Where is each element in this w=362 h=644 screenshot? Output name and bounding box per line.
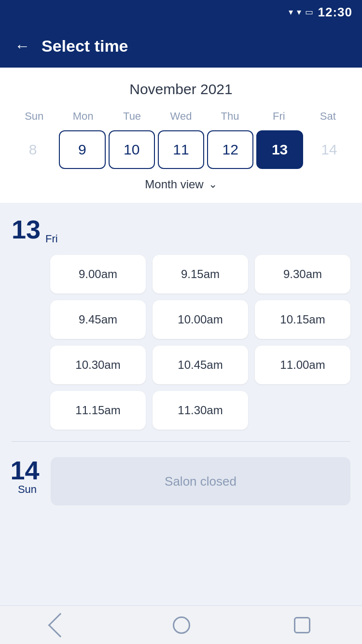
time-slot-945am[interactable]: 9.45am — [50, 300, 146, 339]
salon-closed-message: Salon closed — [51, 457, 350, 505]
salon-closed-content: 14 Sun Salon closed — [12, 457, 350, 505]
time-slot-1045am[interactable]: 10.45am — [153, 346, 248, 384]
month-view-label: Month view — [145, 178, 203, 191]
nav-back-button[interactable] — [52, 616, 69, 634]
day-header-13: 13 Fri — [12, 216, 350, 245]
time-slot-1130am[interactable]: 11.30am — [153, 391, 248, 430]
signal-icon: ▾ — [297, 7, 301, 17]
date-cell-10[interactable]: 10 — [109, 130, 155, 169]
status-icons: ▾ ▾ ▭ — [289, 7, 313, 17]
nav-home-icon — [173, 616, 190, 634]
month-view-toggle[interactable]: Month view ⌄ — [10, 169, 352, 195]
time-slot-1115am[interactable]: 11.15am — [50, 391, 146, 430]
date-cell-11[interactable]: 11 — [158, 130, 204, 169]
nav-recent-button[interactable] — [294, 617, 310, 633]
day-number-14: 14 — [10, 457, 39, 483]
time-slot-1015am[interactable]: 10.15am — [255, 300, 350, 339]
bottom-nav — [0, 605, 362, 644]
time-slot-1000am[interactable]: 10.00am — [153, 300, 248, 339]
back-arrow-icon: ← — [14, 37, 30, 55]
time-slot-900am[interactable]: 9.00am — [50, 255, 146, 294]
weekday-fri: Fri — [254, 107, 303, 126]
month-year-label: November 2021 — [10, 81, 352, 98]
date-cell-9[interactable]: 9 — [59, 130, 105, 169]
date-cell-13[interactable]: 13 — [256, 130, 303, 169]
status-bar: ▾ ▾ ▭ 12:30 — [0, 0, 362, 24]
day-name-Sun: Sun — [18, 483, 37, 496]
nav-recent-icon — [294, 617, 310, 633]
page-title: Select time — [42, 37, 128, 56]
date-cell-8: 8 — [10, 130, 56, 169]
date-cell-12[interactable]: 12 — [207, 130, 253, 169]
chevron-down-icon: ⌄ — [209, 178, 217, 191]
weekday-wed: Wed — [156, 107, 205, 126]
day-section-13: 13 Fri 9.00am9.15am9.30am9.45am10.00am10… — [0, 203, 362, 439]
day-number-13: 13 — [12, 216, 41, 242]
weekday-mon: Mon — [58, 107, 107, 126]
battery-icon: ▭ — [305, 7, 313, 17]
back-button[interactable]: ← — [14, 37, 30, 55]
weekday-labels: Sun Mon Tue Wed Thu Fri Sat — [10, 107, 352, 126]
calendar-section: November 2021 Sun Mon Tue Wed Thu Fri Sa… — [0, 68, 362, 203]
weekday-thu: Thu — [206, 107, 254, 126]
wifi-icon: ▾ — [289, 7, 293, 17]
weekday-sat: Sat — [304, 107, 352, 126]
status-time: 12:30 — [318, 5, 353, 20]
dates-row: 891011121314 — [10, 130, 352, 169]
time-slot-930am[interactable]: 9.30am — [255, 255, 350, 294]
nav-home-button[interactable] — [173, 616, 190, 634]
time-slot-1030am[interactable]: 10.30am — [50, 346, 146, 384]
day-name-Fri: Fri — [45, 233, 58, 245]
weekday-tue: Tue — [108, 107, 156, 126]
header: ← Select time — [0, 24, 362, 68]
section-divider — [12, 441, 350, 442]
time-slot-1100am[interactable]: 11.00am — [255, 346, 350, 384]
day-section-14: 14 Sun Salon closed — [0, 444, 362, 515]
time-slots-grid-13: 9.00am9.15am9.30am9.45am10.00am10.15am10… — [50, 255, 350, 430]
date-cell-14: 14 — [306, 130, 352, 169]
weekday-sun: Sun — [10, 107, 58, 126]
nav-back-icon — [48, 613, 73, 637]
slots-container: 13 Fri 9.00am9.15am9.30am9.45am10.00am10… — [0, 203, 362, 605]
time-slot-915am[interactable]: 9.15am — [153, 255, 248, 294]
day-header-14: 14 Sun — [12, 457, 43, 496]
